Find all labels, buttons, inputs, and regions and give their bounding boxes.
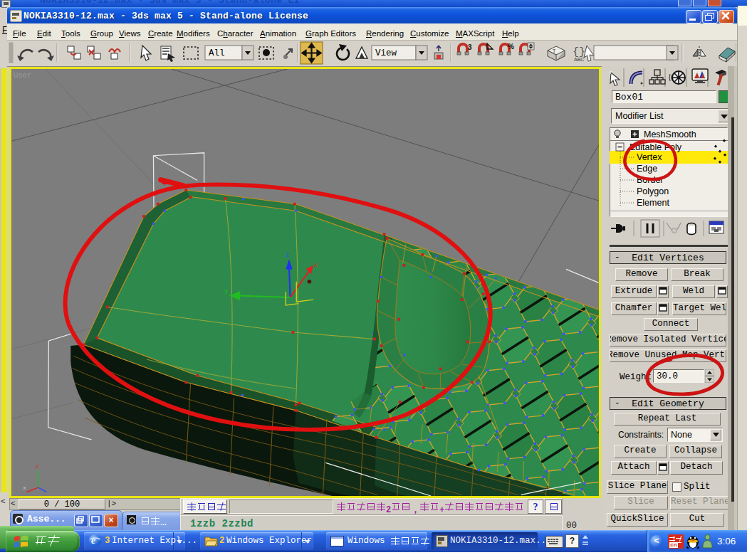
svg-text:z: z <box>35 463 38 470</box>
svg-text:x: x <box>23 485 26 491</box>
svg-text:All: All <box>209 48 225 58</box>
svg-text:3: 3 <box>468 43 472 51</box>
svg-text:e: e <box>91 535 95 546</box>
svg-text:y: y <box>224 288 228 295</box>
svg-text:View: View <box>375 48 397 58</box>
svg-text:x: x <box>314 262 318 269</box>
svg-text:z: z <box>286 252 289 259</box>
svg-text:T: T <box>553 48 556 53</box>
svg-text:ABC: ABC <box>574 57 584 62</box>
svg-text:%: % <box>508 43 514 51</box>
